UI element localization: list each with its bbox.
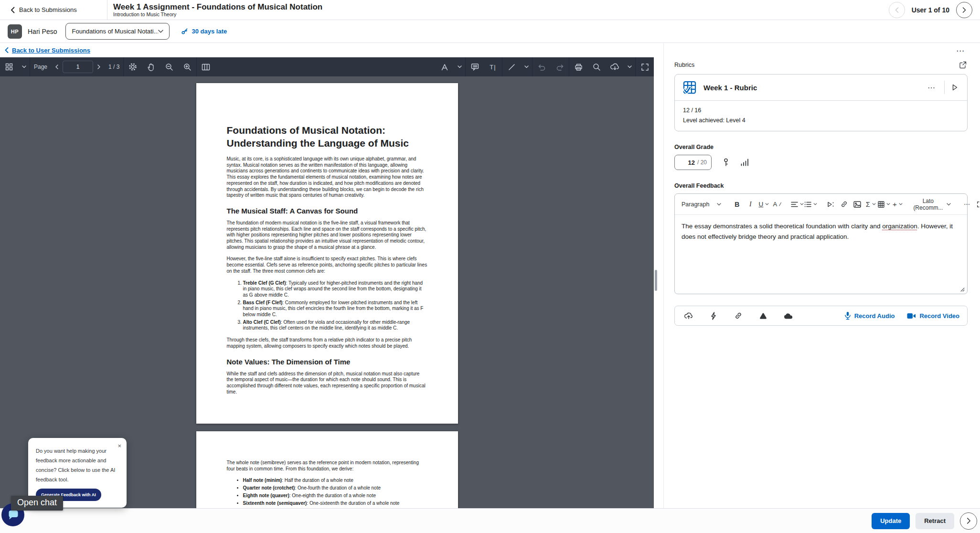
fullscreen-button[interactable] (636, 57, 654, 76)
next-user-button[interactable] (956, 2, 972, 18)
rubric-overflow-button[interactable]: ⋯ (924, 81, 939, 94)
ellipsis-icon: ⋯ (956, 46, 965, 55)
onedrive-button[interactable] (782, 309, 795, 322)
record-video-button[interactable]: Record Video (907, 312, 959, 320)
pan-tool-button[interactable] (142, 57, 160, 76)
onedrive-cloud-icon (784, 313, 793, 319)
download-menu-button[interactable] (624, 57, 635, 76)
rubrics-header: Rubrics (674, 60, 968, 70)
insert-equation-button[interactable]: Σ (864, 198, 877, 211)
insert-image-button[interactable] (851, 198, 863, 211)
close-icon[interactable]: × (117, 442, 121, 449)
font-family-select[interactable]: Lato (Recomm... (911, 198, 953, 211)
video-camera-icon (907, 313, 916, 319)
page-number-input[interactable] (63, 61, 93, 73)
record-audio-label: Record Audio (854, 312, 895, 320)
panel-top: ⋯ (674, 43, 968, 59)
zoom-in-button[interactable] (178, 57, 196, 76)
rubric-expand-button[interactable] (949, 82, 960, 93)
doc-paragraph: Music, at its core, is a sophisticated l… (227, 156, 427, 199)
rubric-summary: 12 / 16 Level achieved: Level 4 (675, 100, 967, 131)
editor-toolbar: Paragraph B I U A (675, 194, 967, 215)
editor-overflow-button[interactable]: ⋯ (960, 198, 973, 211)
download-cloud-icon (610, 63, 619, 71)
font-color-button[interactable]: A (771, 198, 783, 211)
chevron-left-icon (55, 64, 58, 69)
download-button[interactable] (606, 57, 624, 76)
chevron-down-icon (886, 203, 890, 205)
action-footer: Update Retract (0, 508, 980, 533)
panel-splitter[interactable] (654, 43, 663, 508)
google-drive-button[interactable] (757, 309, 769, 322)
previous-page-button[interactable] (51, 57, 63, 76)
bold-button[interactable]: B (731, 198, 743, 211)
highlight-tool-button[interactable] (436, 57, 454, 76)
feedback-text-area[interactable]: The essay demonstrates a solid theoretic… (675, 215, 967, 294)
image-icon (853, 201, 861, 208)
page-layout-button[interactable] (197, 57, 215, 76)
thumbnails-button[interactable] (0, 57, 18, 76)
note-tool-button[interactable] (466, 57, 484, 76)
viewer-settings-button[interactable] (124, 57, 142, 76)
paragraph-style-select[interactable]: Paragraph (680, 201, 723, 208)
chevron-down-icon (628, 65, 632, 68)
submission-file-value: Foundations of Musical Notati... (72, 28, 158, 35)
rubric-level: Level achieved: Level 4 (683, 117, 959, 124)
doc-paragraph: The whole note (semibreve) serves as the… (227, 460, 427, 472)
top-header: Back to Submissions Week 1 Assignment - … (0, 0, 980, 20)
editor-fullscreen-button[interactable] (974, 198, 980, 211)
popup-text-line: concise? Click below to use the AI (36, 465, 119, 475)
panel-overflow-button[interactable]: ⋯ (953, 45, 968, 57)
upload-file-button[interactable] (682, 309, 695, 322)
existing-activity-button[interactable] (707, 309, 720, 322)
plus-icon: + (893, 200, 897, 208)
zoom-out-button[interactable] (160, 57, 178, 76)
back-to-user-submissions-link[interactable]: Back to User Submissions (5, 47, 90, 54)
quicklink-button[interactable] (732, 309, 745, 322)
viewer-subheader: Back to User Submissions (0, 43, 654, 57)
undo-button[interactable] (533, 57, 551, 76)
align-button[interactable] (791, 198, 803, 211)
page-total-label: 1 / 3 (105, 64, 123, 70)
underline-button[interactable]: U (757, 198, 770, 211)
record-audio-button[interactable]: Record Audio (844, 311, 895, 320)
print-button[interactable] (569, 57, 587, 76)
feedback-editor: Paragraph B I U A (674, 193, 968, 294)
previous-user-button[interactable] (889, 2, 905, 18)
text-tool-icon: T| (490, 64, 496, 71)
resize-handle-icon[interactable] (959, 287, 965, 292)
next-page-button[interactable] (93, 57, 105, 76)
grade-input[interactable]: 12 / 20 (674, 155, 712, 170)
insert-more-button[interactable]: + (891, 198, 904, 211)
redo-button[interactable] (551, 57, 569, 76)
thumbnails-grid-icon (5, 63, 13, 71)
next-user-footer-button[interactable] (960, 512, 977, 530)
rubrics-popout-button[interactable] (958, 60, 968, 70)
italic-button[interactable]: I (744, 198, 756, 211)
insert-table-button[interactable] (878, 198, 890, 211)
splitter-handle-icon[interactable] (655, 270, 657, 291)
grade-statistics-button[interactable] (740, 159, 749, 166)
sigma-icon: Σ (866, 201, 870, 208)
insert-link-button[interactable] (838, 198, 850, 211)
retract-button[interactable]: Retract (916, 513, 954, 529)
thumbnails-menu-button[interactable] (18, 57, 30, 76)
back-to-user-submissions-label: Back to User Submissions (12, 47, 90, 54)
update-button[interactable]: Update (872, 513, 910, 529)
grade-scheme-button[interactable] (722, 158, 730, 167)
back-to-submissions-button[interactable]: Back to Submissions (0, 0, 107, 20)
chevron-down-icon (22, 65, 26, 68)
chevron-left-icon (895, 7, 899, 13)
submission-file-select[interactable]: Foundations of Musical Notati... (65, 23, 170, 40)
list-item: Bass Clef (F Clef): Commonly employed fo… (243, 300, 427, 318)
highlight-tool-menu-button[interactable] (454, 57, 465, 76)
search-document-button[interactable] (587, 57, 606, 76)
line-tool-button[interactable] (502, 57, 521, 76)
list-button[interactable] (804, 198, 817, 211)
insert-stuff-button[interactable] (824, 198, 837, 211)
rubric-card-header[interactable]: Week 1 - Rubric ⋯ (675, 75, 967, 100)
line-tool-menu-button[interactable] (521, 57, 532, 76)
chevron-down-icon (524, 65, 529, 68)
zoom-out-icon (165, 63, 173, 71)
text-selection-tool-button[interactable]: T| (484, 57, 502, 76)
